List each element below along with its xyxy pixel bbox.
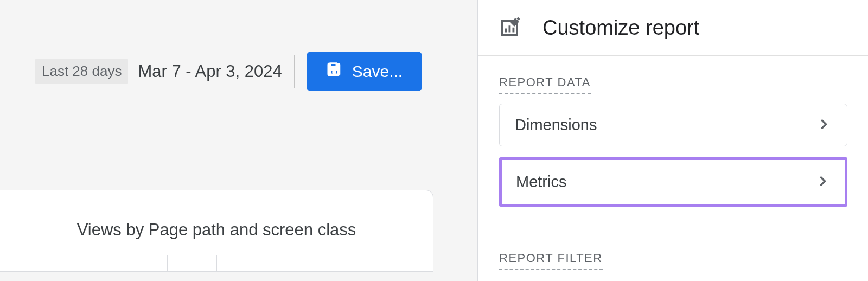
report-data-section: REPORT DATA Dimensions Metrics [478,56,868,218]
svg-rect-8 [513,28,515,33]
tick [167,255,168,271]
svg-rect-6 [505,29,507,33]
date-range-selector[interactable]: Last 28 days Mar 7 - Apr 3, 2024 [35,59,282,84]
section-label-report-filter: REPORT FILTER [499,251,603,270]
option-metrics-label: Metrics [516,173,566,191]
svg-rect-7 [509,25,511,32]
tick [266,255,266,271]
report-filter-section: REPORT FILTER [478,232,868,279]
tick [216,255,217,271]
save-button-label: Save... [352,62,403,81]
option-dimensions[interactable]: Dimensions [499,104,847,146]
report-data-options: Dimensions Metrics [478,104,868,207]
date-range-value: Mar 7 - Apr 3, 2024 [138,62,282,81]
option-metrics[interactable]: Metrics [499,157,847,207]
report-main-area: Last 28 days Mar 7 - Apr 3, 2024 Save...… [0,0,478,281]
svg-rect-4 [331,63,336,67]
save-button[interactable]: Save... [307,52,422,91]
panel-title: Customize report [542,16,699,40]
card-title: Views by Page path and screen class [0,220,433,240]
customize-report-icon [499,15,522,40]
vertical-divider [294,55,295,88]
section-label-report-data: REPORT DATA [499,75,591,94]
panel-header: Customize report [478,0,868,56]
chevron-right-icon [815,174,831,191]
top-bar: Last 28 days Mar 7 - Apr 3, 2024 Save... [0,0,477,91]
chart-ticks [0,255,433,271]
date-range-label: Last 28 days [35,59,128,84]
chevron-right-icon [816,117,832,134]
report-card: Views by Page path and screen class [0,190,433,272]
svg-point-3 [333,71,335,74]
customize-panel: Customize report REPORT DATA Dimensions … [478,0,868,281]
option-dimensions-label: Dimensions [515,116,597,134]
save-icon [326,61,342,81]
